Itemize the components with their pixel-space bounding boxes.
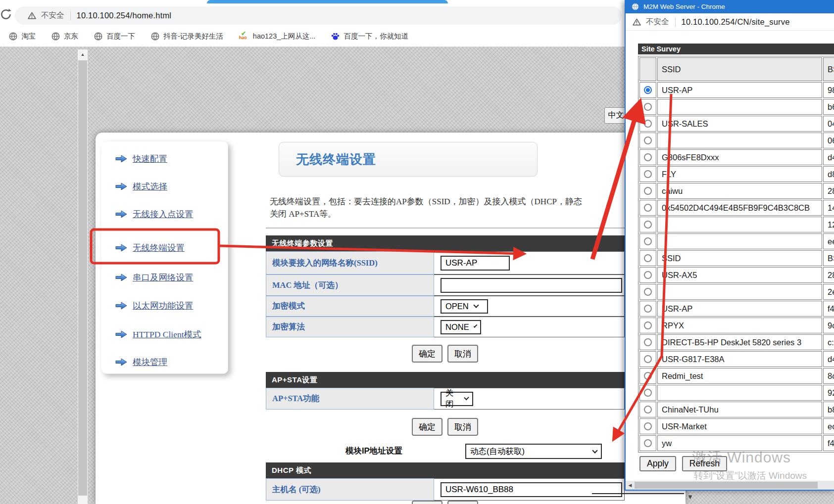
enc-mode-select[interactable]: OPEN (441, 299, 488, 314)
sidebar-item-ap-settings[interactable]: 无线接入点设置 (115, 208, 194, 220)
ok-button[interactable]: 确定 (412, 501, 442, 504)
sidebar-item-quick-config[interactable]: 快速配置 (115, 153, 167, 165)
scrollbar-thumb[interactable] (78, 60, 87, 496)
scroll-down-arrow-icon[interactable]: ▼ (687, 493, 693, 501)
apply-button[interactable]: Apply (639, 456, 676, 471)
globe-icon (9, 32, 17, 41)
survey-ssid-cell[interactable]: USR-G817-E38A (657, 351, 822, 367)
survey-bssid-cell: 8c (823, 368, 834, 384)
radio-unselected[interactable] (644, 187, 652, 195)
survey-ssid-cell[interactable]: SSID (657, 250, 822, 266)
cancel-button[interactable]: 取消 (447, 418, 478, 436)
popup-titlebar[interactable]: M2M Web Server - Chrome (626, 0, 834, 13)
survey-ssid-cell[interactable] (657, 99, 822, 115)
survey-ssid-cell[interactable]: RPYX (657, 318, 822, 333)
ssid-input[interactable] (441, 256, 510, 271)
survey-bssid-cell: BS (823, 250, 834, 266)
arrow-icon (115, 154, 128, 163)
enc-alg-select[interactable]: NONE (441, 320, 481, 334)
radio-unselected[interactable] (644, 137, 652, 144)
ok-button[interactable]: 确定 (412, 345, 442, 363)
radio-unselected[interactable] (644, 221, 652, 229)
chevron-down-icon (464, 395, 469, 401)
radio-unselected[interactable] (644, 439, 652, 447)
survey-ssid-cell[interactable]: USR-AX5 (657, 267, 822, 283)
bookmark-douyin[interactable]: 抖音-记录美好生活 (151, 32, 223, 41)
apsta-select[interactable]: 关闭 (441, 392, 473, 406)
radio-unselected[interactable] (644, 170, 652, 178)
popup-window-site-survey: M2M Web Server - Chrome 不安全 10.10.100.25… (625, 0, 834, 491)
survey-radio-cell (639, 183, 656, 199)
ok-button[interactable]: 确定 (412, 418, 442, 436)
survey-radio-cell (639, 116, 656, 132)
reload-icon[interactable] (0, 8, 13, 21)
radio-unselected[interactable] (644, 237, 652, 245)
radio-unselected[interactable] (644, 372, 652, 380)
survey-ssid-cell[interactable] (657, 385, 822, 401)
survey-ssid-cell[interactable] (657, 217, 822, 232)
sidebar-item-ethernet[interactable]: 以太网功能设置 (115, 300, 194, 312)
survey-bssid-cell: d8 (823, 166, 834, 182)
mac-input[interactable] (441, 278, 622, 293)
scroll-up-arrow-icon[interactable]: ▲ (78, 49, 88, 59)
sidebar-item-httpd-client[interactable]: HTTPD Client模式 (115, 328, 201, 340)
cancel-button[interactable]: 取消 (447, 345, 478, 363)
radio-unselected[interactable] (644, 254, 652, 262)
survey-radio-cell (639, 402, 656, 417)
survey-table: SSID BS USR-AP98b6USR-SALES0406G806sFE8D… (638, 56, 834, 453)
sidebar-item-mode-select[interactable]: 模式选择 (115, 181, 167, 192)
radio-unselected[interactable] (644, 355, 652, 363)
language-switch-button[interactable]: 中文 (604, 107, 628, 124)
radio-unselected[interactable] (644, 153, 652, 161)
ip-mode-select[interactable]: 动态(自动获取) (465, 444, 602, 459)
survey-radio-cell (639, 284, 656, 300)
survey-ssid-cell[interactable] (657, 284, 822, 300)
radio-unselected[interactable] (644, 271, 652, 279)
radio-unselected[interactable] (644, 338, 652, 346)
url-text: 10.10.100.254/home.html (77, 11, 172, 20)
survey-ssid-cell[interactable]: ChinaNet-TUhu (657, 402, 822, 417)
radio-unselected[interactable] (644, 422, 652, 430)
hostname-input[interactable] (441, 482, 622, 497)
radio-selected[interactable] (644, 86, 652, 94)
popup-address-bar[interactable]: 不安全 10.10.100.254/CN/site_surve (626, 13, 834, 31)
bookmark-hao123[interactable]: ✔hao hao123_上网从这... (239, 32, 316, 41)
survey-ssid-cell[interactable]: 0x54502D4C494E4B5FB9F9C4B3C8CB (657, 200, 822, 216)
survey-bssid-cell: b8 (823, 402, 834, 417)
bookmark-baidu-short[interactable]: 百度一下 (94, 32, 135, 41)
survey-ssid-cell[interactable]: Redmi_test (657, 368, 822, 384)
radio-unselected[interactable] (644, 288, 652, 296)
radio-unselected[interactable] (644, 103, 652, 111)
main-vertical-scrollbar[interactable]: ▲ (78, 49, 88, 504)
survey-bssid-cell: c:5 (823, 334, 834, 350)
survey-ssid-cell[interactable] (657, 233, 822, 249)
bookmark-jd[interactable]: 京东 (51, 32, 78, 41)
sidebar-item-sta-settings[interactable]: 无线终端设置 (115, 242, 185, 254)
radio-unselected[interactable] (644, 204, 652, 212)
survey-ssid-cell[interactable]: USR-AP (657, 301, 822, 317)
bookmark-baidu-full[interactable]: 百度一下，你就知道 (331, 32, 408, 41)
radio-unselected[interactable] (644, 321, 652, 329)
address-bar[interactable]: 不安全 10.10.100.254/home.html (15, 6, 622, 25)
sidebar-item-module-admin[interactable]: 模块管理 (115, 356, 167, 368)
survey-ssid-cell[interactable]: FLY (657, 166, 822, 182)
sidebar-item-label: 无线接入点设置 (133, 208, 194, 220)
cancel-button[interactable]: 取消 (447, 501, 478, 504)
radio-unselected[interactable] (644, 305, 652, 313)
survey-ssid-cell[interactable]: G806sFE8Dxxx (657, 149, 822, 165)
survey-ssid-cell[interactable]: USR-Market (657, 418, 822, 434)
survey-ssid-cell[interactable]: USR-SALES (657, 116, 822, 132)
survey-ssid-cell[interactable]: caiwu (657, 183, 822, 199)
radio-unselected[interactable] (644, 406, 652, 413)
radio-unselected[interactable] (644, 389, 652, 397)
scrollbar-thumb[interactable] (635, 482, 818, 489)
survey-ssid-cell[interactable]: DIRECT-B5-HP DeskJet 5820 series 3 (657, 334, 822, 350)
sidebar-item-uart-settings[interactable]: 串口及网络设置 (115, 272, 194, 283)
survey-ssid-cell[interactable] (657, 133, 822, 148)
survey-ssid-cell[interactable]: USR-AP (657, 82, 822, 98)
active-tab-strip[interactable] (207, 0, 448, 3)
apsta-buttons: 确定 取消 (412, 418, 478, 436)
bookmark-taobao[interactable]: 淘宝 (9, 32, 36, 41)
radio-unselected[interactable] (644, 120, 652, 128)
scroll-left-arrow-icon[interactable]: ◀ (626, 483, 635, 488)
